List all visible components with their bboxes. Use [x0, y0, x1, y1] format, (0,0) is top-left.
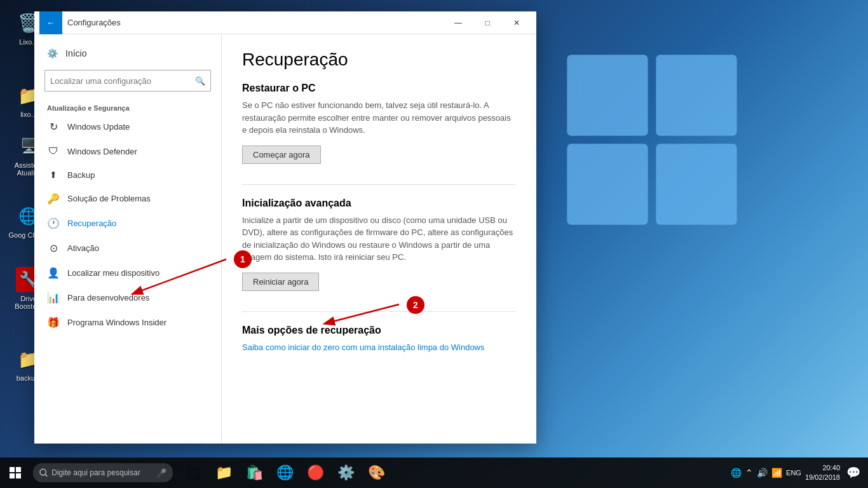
svg-point-10: [40, 469, 46, 475]
file-explorer-button[interactable]: 📁: [208, 458, 239, 488]
task-view-icon: ⬚: [187, 464, 200, 481]
windows-update-label: Windows Update: [67, 122, 130, 132]
advanced-init-title: Inicialização avançada: [242, 198, 516, 209]
tray-icons: 🌐 ⌃ 🔊 📶 ENG: [731, 468, 801, 478]
content-area: ⚙️ Início 🔍 Atualização e Segurança ↻ Wi…: [34, 34, 536, 444]
extra-app-icon: 🎨: [368, 464, 385, 481]
svg-line-11: [45, 475, 47, 477]
recovery-label: Recuperação: [67, 219, 116, 228]
store-icon: 🛍️: [246, 464, 263, 481]
settings-taskbar-icon: ⚙️: [337, 464, 355, 481]
tray-volume-icon[interactable]: 🔊: [757, 468, 768, 478]
start-button[interactable]: [0, 458, 31, 488]
backup-sidebar-label: Backup: [67, 170, 95, 180]
restore-pc-desc: Se o PC não estiver funcionando bem, tal…: [242, 99, 516, 137]
insider-icon: 🎁: [47, 316, 60, 329]
minimize-button[interactable]: —: [444, 11, 473, 34]
recovery-icon: 🕐: [47, 217, 60, 229]
sidebar-search-icon[interactable]: 🔍: [195, 76, 205, 86]
window-title: Configurações: [67, 18, 444, 27]
find-device-icon: 👤: [47, 267, 60, 279]
sidebar-item-developers[interactable]: 📊 Para desenvolvedores: [34, 285, 221, 310]
taskbar-search-input[interactable]: [51, 468, 154, 477]
tray-time-value: 20:40: [805, 463, 840, 473]
microphone-icon[interactable]: 🎤: [156, 468, 166, 478]
sidebar-item-find-device[interactable]: 👤 Localizar meu dispositivo: [34, 261, 221, 285]
developers-icon: 📊: [47, 292, 60, 304]
sidebar: ⚙️ Início 🔍 Atualização e Segurança ↻ Wi…: [34, 34, 222, 444]
svg-rect-7: [16, 467, 21, 472]
more-options-title: Mais opções de recuperação: [242, 325, 516, 336]
page-title: Recuperação: [242, 50, 516, 70]
notification-icon[interactable]: 💬: [844, 466, 863, 480]
taskbar-tray: 🌐 ⌃ 🔊 📶 ENG 20:40 19/02/2018 💬: [731, 463, 868, 483]
svg-rect-0: [567, 55, 648, 135]
advanced-init-desc: Inicialize a partir de um dispositivo ou…: [242, 214, 516, 264]
title-bar: ← Configurações — □ ✕: [34, 11, 536, 34]
sidebar-item-recovery[interactable]: 🕐 Recuperação: [34, 211, 221, 236]
windows-logo-desktop: [563, 51, 741, 229]
restore-pc-title: Restaurar o PC: [242, 83, 516, 94]
svg-rect-2: [567, 144, 648, 224]
settings-taskbar-button[interactable]: ⚙️: [330, 458, 361, 488]
svg-rect-6: [10, 467, 15, 472]
windows-defender-label: Windows Defender: [67, 147, 137, 156]
chrome-taskbar-button[interactable]: 🌐: [269, 458, 300, 488]
windows-defender-icon: 🛡: [47, 146, 60, 157]
file-explorer-icon: 📁: [215, 464, 233, 481]
home-label: Início: [65, 48, 86, 58]
chrome-taskbar-icon: 🌐: [276, 464, 294, 481]
sidebar-item-activation[interactable]: ⊙ Ativação: [34, 236, 221, 261]
tray-datetime[interactable]: 20:40 19/02/2018: [805, 463, 840, 483]
close-button[interactable]: ✕: [502, 11, 531, 34]
sidebar-item-backup[interactable]: ⬆ Backup: [34, 163, 221, 186]
developers-label: Para desenvolvedores: [67, 293, 149, 302]
activation-icon: ⊙: [47, 242, 60, 254]
home-icon: ⚙️: [47, 48, 58, 58]
svg-rect-3: [656, 144, 736, 224]
maximize-button[interactable]: □: [473, 11, 502, 34]
sidebar-item-windows-defender[interactable]: 🛡 Windows Defender: [34, 139, 221, 163]
window-controls: — □ ✕: [444, 11, 531, 34]
red-app-button[interactable]: 🔴: [300, 458, 330, 488]
task-view-button[interactable]: ⬚: [178, 458, 208, 488]
insider-label: Programa Windows Insider: [67, 318, 166, 327]
back-button[interactable]: ←: [39, 11, 62, 34]
backup-sidebar-icon: ⬆: [47, 170, 60, 180]
store-button[interactable]: 🛍️: [239, 458, 269, 488]
settings-window: ← Configurações — □ ✕ ⚙️ Início 🔍: [34, 11, 536, 444]
activation-label: Ativação: [67, 243, 99, 253]
clean-install-link[interactable]: Saiba como iniciar do zero com uma insta…: [242, 342, 485, 352]
svg-rect-8: [10, 473, 15, 478]
restart-now-button[interactable]: Reiniciar agora: [242, 273, 319, 291]
windows-update-icon: ↻: [47, 121, 60, 133]
troubleshoot-icon: 🔑: [47, 193, 60, 205]
troubleshoot-label: Solução de Problemas: [67, 194, 151, 203]
taskbar-search-box[interactable]: 🎤: [33, 463, 173, 482]
section-divider-2: [242, 311, 516, 312]
find-device-label: Localizar meu dispositivo: [67, 268, 159, 278]
svg-rect-1: [656, 55, 736, 135]
tray-wifi-icon[interactable]: 📶: [771, 468, 782, 478]
tray-lang-icon[interactable]: ENG: [786, 469, 801, 477]
sidebar-item-troubleshoot[interactable]: 🔑 Solução de Problemas: [34, 186, 221, 211]
taskbar: 🎤 ⬚ 📁 🛍️ 🌐 🔴 ⚙️ 🎨: [0, 458, 868, 488]
sidebar-search-box[interactable]: 🔍: [44, 70, 211, 92]
svg-rect-9: [16, 473, 21, 478]
extra-app-button[interactable]: 🎨: [361, 458, 391, 488]
start-now-button[interactable]: Começar agora: [242, 146, 321, 164]
sidebar-item-home[interactable]: ⚙️ Início: [34, 42, 221, 65]
tray-date-value: 19/02/2018: [805, 473, 840, 482]
tray-arrow-icon[interactable]: ⌃: [745, 468, 753, 478]
sidebar-item-insider[interactable]: 🎁 Programa Windows Insider: [34, 310, 221, 335]
section-divider-1: [242, 184, 516, 185]
sidebar-search-input[interactable]: [50, 76, 195, 86]
main-content: Recuperação Restaurar o PC Se o PC não e…: [222, 34, 536, 444]
desktop: 🗑️ Lixo... 📁 desk... 📁 lixo... 🖥️ Assist…: [0, 0, 868, 488]
tray-network-icon[interactable]: 🌐: [731, 468, 742, 478]
red-app-icon: 🔴: [307, 464, 324, 481]
back-icon: ←: [46, 18, 55, 28]
sidebar-item-windows-update[interactable]: ↻ Windows Update: [34, 114, 221, 139]
sidebar-section-title: Atualização e Segurança: [34, 99, 221, 114]
taskbar-apps: ⬚ 📁 🛍️ 🌐 🔴 ⚙️ 🎨: [178, 458, 391, 488]
